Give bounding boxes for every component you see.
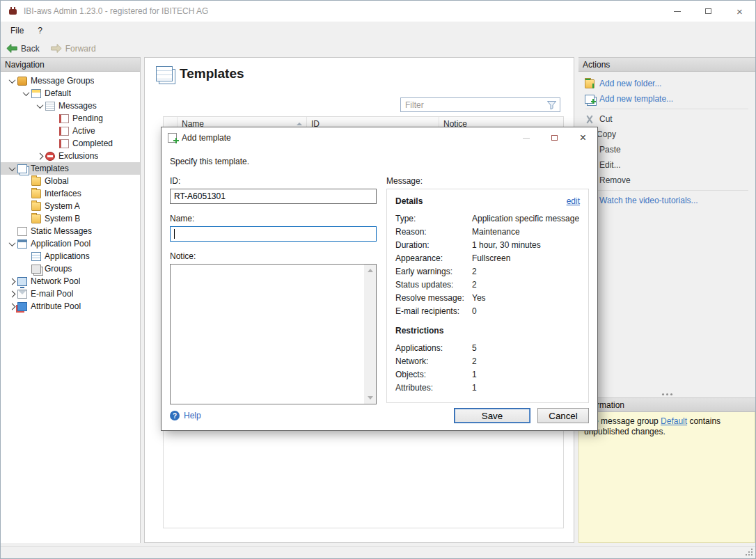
filter-input[interactable] — [401, 100, 546, 110]
chevron-down-icon[interactable] — [34, 100, 45, 111]
edit-action[interactable]: Edit... — [578, 157, 755, 173]
tree-item-message-groups[interactable]: Message Groups — [1, 74, 140, 87]
tree-item-interfaces[interactable]: Interfaces — [1, 187, 140, 200]
chevron-right-icon[interactable] — [6, 301, 17, 312]
save-button[interactable]: Save — [454, 408, 530, 423]
detail-value: Maintenance — [472, 227, 520, 237]
detail-label: Resolve message: — [395, 293, 472, 303]
remove-action[interactable]: Remove — [578, 173, 755, 188]
pending-message-icon — [59, 114, 69, 123]
tree-item-templates[interactable]: Templates — [1, 162, 140, 175]
email-pool-icon — [17, 290, 27, 299]
add-folder-icon — [585, 79, 594, 88]
back-button[interactable]: Back — [6, 44, 40, 54]
detail-value: 2 — [472, 356, 477, 366]
tree-item-system-a[interactable]: System A — [1, 200, 140, 212]
default-group-link[interactable]: Default — [661, 416, 687, 426]
tree-item-attribute-pool[interactable]: Attribute Pool — [1, 300, 140, 313]
maximize-button[interactable] — [693, 1, 724, 22]
messages-icon — [45, 102, 55, 111]
id-field[interactable] — [170, 189, 377, 204]
tree-item-label: Exclusions — [58, 151, 98, 161]
help-link[interactable]: Help — [170, 411, 201, 420]
detail-row: Network: 2 — [395, 354, 580, 368]
tree-item-pending[interactable]: Pending — [1, 112, 140, 125]
tree-item-label: Groups — [45, 264, 72, 274]
edit-message-link[interactable]: edit — [567, 196, 580, 206]
cut-action[interactable]: Cut — [578, 111, 755, 127]
tree-item-static-messages[interactable]: Static Messages — [1, 225, 140, 237]
notice-field[interactable] — [171, 265, 364, 404]
tree-item-messages[interactable]: Messages — [1, 100, 140, 112]
tree-item-label: Application Pool — [31, 239, 90, 249]
menu-help[interactable]: ? — [31, 22, 49, 39]
dialog-close-button[interactable]: × — [569, 127, 597, 148]
tree-item-active[interactable]: Active — [1, 125, 140, 137]
completed-message-icon — [59, 139, 69, 148]
dialog-body: ID: Name: Notice: Message: — [162, 176, 597, 404]
chevron-right-icon[interactable] — [6, 288, 17, 299]
tree-item-network-pool[interactable]: Network Pool — [1, 275, 140, 288]
menu-file[interactable]: File — [3, 22, 31, 39]
tree-item-label: Interfaces — [45, 189, 81, 198]
detail-row: Status updates: 2 — [395, 278, 580, 291]
name-field[interactable] — [170, 226, 377, 242]
actions-separator — [585, 109, 748, 109]
copy-action[interactable]: Copy — [578, 127, 755, 142]
tree-item-application-pool[interactable]: Application Pool — [1, 237, 140, 250]
chevron-down-icon[interactable] — [6, 238, 17, 249]
chevron-right-icon[interactable] — [34, 150, 45, 162]
navigation-header: Navigation — [1, 57, 140, 72]
dialog-maximize-button[interactable] — [540, 127, 569, 148]
chevron-right-icon[interactable] — [6, 276, 17, 287]
close-button[interactable]: × — [724, 1, 755, 22]
tree-item-groups[interactable]: Groups — [1, 262, 140, 275]
action-label: Watch the video-tutorials... — [599, 196, 698, 205]
detail-value: Yes — [472, 293, 486, 303]
back-label: Back — [21, 44, 40, 54]
tree-item-global[interactable]: Global — [1, 175, 140, 187]
chevron-down-icon[interactable] — [6, 163, 17, 174]
tree-item-label: Static Messages — [31, 226, 92, 236]
panel-splitter[interactable] — [578, 391, 755, 397]
forward-button: Forward — [51, 44, 96, 54]
toolbar: Back Forward — [1, 40, 755, 57]
minimize-button[interactable] — [661, 1, 693, 22]
paste-action[interactable]: Paste — [578, 142, 755, 157]
chevron-down-icon[interactable] — [20, 88, 31, 99]
tree-item-system-b[interactable]: System B — [1, 212, 140, 225]
add-new-folder-action[interactable]: Add new folder... — [578, 76, 755, 91]
notice-scrollbar[interactable] — [364, 265, 376, 404]
back-arrow-icon — [6, 44, 17, 53]
cancel-button[interactable]: Cancel — [537, 408, 589, 423]
action-list: Add new folder... Add new template... Cu… — [578, 72, 755, 208]
tree-item-applications[interactable]: Applications — [1, 250, 140, 262]
maximize-icon — [551, 135, 558, 141]
detail-value: 1 — [472, 370, 477, 379]
tree-item-email-pool[interactable]: E-mail Pool — [1, 288, 140, 300]
window-controls: × — [661, 1, 755, 22]
network-pool-icon — [17, 277, 27, 286]
filter-box — [400, 97, 560, 112]
add-new-template-action[interactable]: Add new template... — [578, 91, 755, 107]
filter-funnel-icon[interactable] — [546, 100, 557, 110]
tree-item-completed[interactable]: Completed — [1, 137, 140, 150]
message-details-box: Details edit Type: Application specific … — [386, 189, 589, 403]
tree-item-exclusions[interactable]: Exclusions — [1, 150, 140, 162]
detail-row: Reason: Maintenance — [395, 225, 580, 238]
action-label: Add new folder... — [599, 79, 661, 88]
tree-item-default[interactable]: Default — [1, 87, 140, 100]
detail-label: Network: — [395, 356, 472, 366]
dialog-buttons: Save Cancel — [454, 408, 589, 423]
scroll-down-icon[interactable] — [368, 396, 373, 400]
dialog-controls: × — [512, 127, 597, 148]
dialog-minimize-button — [512, 127, 540, 148]
dialog-titlebar: Add template × — [162, 127, 597, 148]
forward-arrow-icon — [51, 44, 62, 53]
video-tutorials-link[interactable]: Watch the video-tutorials... — [578, 193, 755, 208]
chevron-down-icon[interactable] — [6, 75, 17, 86]
resize-grip[interactable] — [751, 554, 753, 556]
scroll-up-icon[interactable] — [368, 269, 373, 272]
action-label: Edit... — [599, 160, 621, 170]
add-template-icon — [585, 95, 594, 104]
